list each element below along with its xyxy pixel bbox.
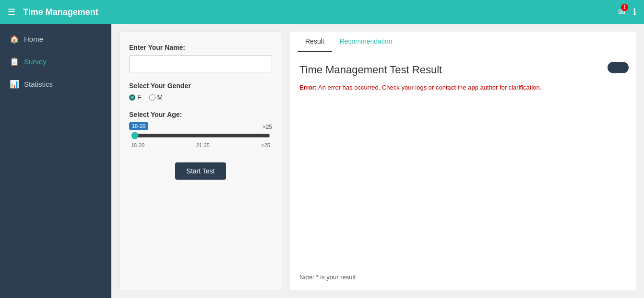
age-badge: 18-20 (129, 122, 148, 130)
main-layout: 🏠 Home 📋 Survey 📊 Statistics Enter Your … (0, 24, 644, 298)
age-tick-min: 18-20 (131, 142, 144, 148)
sidebar: 🏠 Home 📋 Survey 📊 Statistics (0, 24, 111, 298)
navbar: ☰ Time Management ✉ 1 ℹ (0, 0, 644, 24)
sidebar-item-home[interactable]: 🏠 Home (0, 28, 111, 50)
age-ticks: 18-20 21-25 >25 (131, 142, 270, 148)
sidebar-item-survey[interactable]: 📋 Survey (0, 50, 111, 73)
age-greater: >25 (262, 124, 272, 130)
note-text: Note: * is your result (299, 274, 356, 281)
survey-icon: 📋 (10, 57, 19, 66)
info-icon[interactable]: ℹ (633, 7, 636, 17)
error-label: Error: (299, 84, 317, 91)
navbar-right: ✉ 1 ℹ (618, 7, 636, 17)
navbar-left: ☰ Time Management (8, 7, 98, 17)
toggle-button[interactable] (608, 62, 629, 73)
sidebar-item-home-label: Home (24, 35, 43, 43)
gender-label: Select Your Gender (129, 82, 272, 90)
gender-group: Select Your Gender F M (129, 82, 272, 101)
gender-male-radio[interactable] (149, 94, 155, 101)
result-tabs: Result Recommendation (290, 32, 636, 52)
sidebar-item-statistics-label: Statistics (24, 80, 53, 88)
gender-female-radio[interactable] (129, 94, 135, 101)
age-tick-mid: 21-25 (196, 142, 210, 148)
mail-badge: 1 (621, 4, 628, 11)
age-slider[interactable] (131, 132, 270, 139)
statistics-icon: 📊 (10, 80, 19, 89)
age-label: Select Your Age: (129, 111, 272, 118)
form-panel: Enter Your Name: Select Your Gender F M (119, 32, 282, 290)
result-title: Time Management Test Result (299, 64, 627, 76)
result-panel: Result Recommendation Time Management Te… (290, 32, 636, 290)
home-icon: 🏠 (10, 34, 19, 44)
age-group: Select Your Age: 18-20 >25 18-20 21-25 >… (129, 111, 272, 148)
gender-female-label[interactable]: F (129, 93, 142, 101)
mail-icon[interactable]: ✉ 1 (618, 7, 625, 17)
result-content: Time Management Test Result Error: An er… (290, 52, 636, 290)
sidebar-item-survey-label: Survey (24, 57, 47, 66)
note-content: Note: * is your result (299, 274, 356, 281)
name-label: Enter Your Name: (129, 44, 272, 51)
hamburger-icon[interactable]: ☰ (8, 7, 15, 17)
gender-options: F M (129, 93, 272, 101)
age-slider-row: 18-20 >25 (129, 122, 272, 132)
age-tick-max: >25 (261, 142, 270, 148)
tab-result[interactable]: Result (298, 32, 332, 52)
error-message: An error has occurred. Check your logs o… (317, 84, 541, 91)
gender-male-text: M (157, 93, 163, 101)
name-input[interactable] (129, 55, 272, 72)
content-area: Enter Your Name: Select Your Gender F M (111, 24, 644, 298)
error-text: Error: An error has occurred. Check your… (299, 84, 627, 91)
start-test-button[interactable]: Start Test (175, 162, 227, 180)
slider-container: 18-20 21-25 >25 (129, 132, 272, 148)
gender-female-text: F (137, 93, 142, 101)
gender-male-label[interactable]: M (149, 93, 163, 101)
tab-recommendation[interactable]: Recommendation (332, 32, 400, 52)
sidebar-item-statistics[interactable]: 📊 Statistics (0, 73, 111, 95)
app-title: Time Management (23, 7, 98, 17)
name-group: Enter Your Name: (129, 44, 272, 72)
